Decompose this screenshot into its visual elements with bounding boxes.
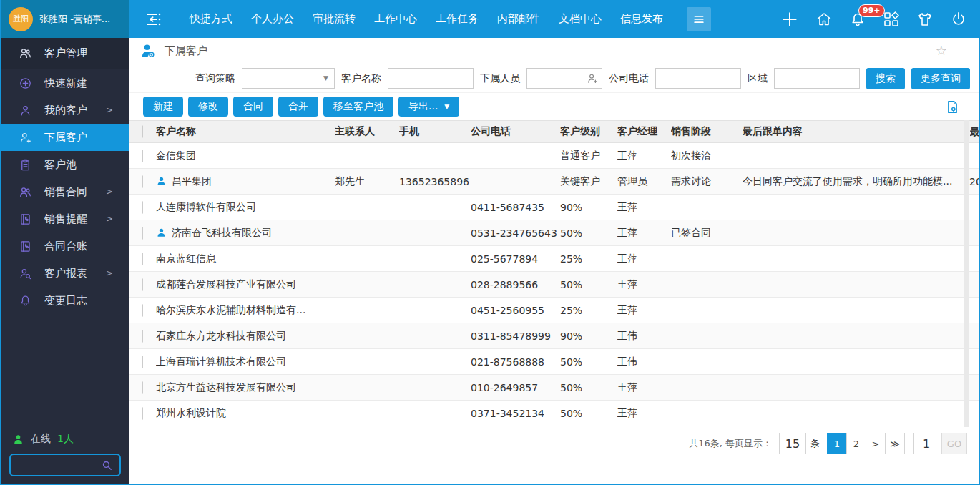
power-icon[interactable] [950,11,967,28]
strategy-select[interactable]: ▼ [242,68,335,89]
row-checkbox[interactable] [142,201,143,214]
sidebar-item-快速新建[interactable]: 快速新建 [1,69,129,97]
cell-customer-manager: 王萍 [617,150,671,162]
toolbar-button-移至客户池[interactable]: 移至客户池 [323,97,393,117]
customer-name-input[interactable] [388,68,474,89]
partial-column-cell: 20 [969,176,979,187]
page-size-input[interactable] [779,433,806,454]
bell-icon[interactable]: 99+ [849,11,866,28]
menu-toggle-button[interactable] [687,7,711,31]
staff-field [526,68,602,89]
sidebar-item-变更日志[interactable]: 变更日志 [1,287,129,314]
user-add-icon[interactable] [587,72,599,84]
cell-customer-level: 90% [560,202,617,213]
sidebar-item-下属客户[interactable]: 下属客户 [1,124,129,151]
goto-page-input[interactable] [913,433,939,454]
row-checkbox[interactable] [142,407,143,420]
row-checkbox[interactable] [142,150,143,162]
region-label: 区域 [748,72,768,85]
toolbar-buttons: 新建修改合同合并移至客户池 [143,97,393,117]
search-icon[interactable] [101,459,113,471]
shirt-icon[interactable] [916,11,934,28]
sidebar-item-客户报表[interactable]: 客户报表> [1,260,129,287]
table-row[interactable]: 济南奋飞科技有限公司0531-23476564350%王萍已签合同 [129,220,979,246]
sidebar-item-销售合同[interactable]: 销售合同> [1,178,129,205]
users-icon [19,46,32,60]
nav-item[interactable]: 信息发布 [611,0,672,38]
export-button[interactable]: 导出... ▼ [398,97,459,117]
sidebar-item-销售提醒[interactable]: 销售提醒> [1,205,129,232]
table-row[interactable]: 哈尔滨庆东水泥辅助材料制造有...0451-256095525%王萍 [129,298,979,323]
page-button-1[interactable]: 1 [827,433,847,454]
search-button[interactable]: 搜索 [866,68,905,89]
toolbar-button-新建[interactable]: 新建 [143,97,183,117]
export-settings-icon[interactable] [945,99,960,114]
table-row[interactable]: 金信集团普通客户王萍初次接洽 [129,143,979,169]
partial-column-header: 最 [970,126,979,139]
chevron-right-icon: > [106,268,113,278]
table-row[interactable]: 石家庄东方龙水科技有限公司0311-8547899990%王伟 [129,323,979,349]
customer-name-label: 客户名称 [341,72,381,85]
cell-customer-manager: 王萍 [617,278,671,291]
row-checkbox[interactable] [142,356,143,368]
sidebar-item-我的客户[interactable]: 我的客户> [1,97,129,124]
select-all-checkbox[interactable] [142,125,143,138]
cell-company-phone: 021-87568888 [471,356,560,368]
sidebar-item-客户池[interactable]: 客户池 [1,151,129,178]
row-checkbox[interactable] [142,278,143,291]
region-input[interactable] [774,68,860,89]
home-icon[interactable] [815,11,833,28]
nav-item[interactable]: 工作任务 [426,0,488,38]
toolbar: 新建修改合同合并移至客户池 导出... ▼ [129,93,979,120]
table-row[interactable]: 上海百瑞计算机技术有限公司021-8756888850%王伟 [129,349,979,375]
total-records-text: 共16条, 每页显示： [689,437,772,450]
apps-icon[interactable] [883,11,900,28]
row-checkbox[interactable] [142,253,143,265]
column-header: 客户名称 [156,125,335,138]
company-phone-input[interactable] [655,68,741,89]
sidebar-search-input[interactable] [17,460,101,471]
cell-customer-level: 90% [560,330,617,342]
table-row[interactable]: 郑州水利设计院0371-345213450%王萍 [129,401,979,426]
table-row[interactable]: 大连康博软件有限公司0411-568743590%王萍 [129,195,979,220]
bell-icon [19,292,32,309]
collapse-menu-icon[interactable] [144,11,163,28]
cell-company-phone: 010-2649857 [471,382,560,393]
table-row[interactable]: 南京蓝红信息025-567789425%王萍 [129,246,979,272]
row-checkbox[interactable] [142,330,143,343]
checkbox-cell [129,150,156,162]
customer-name: 哈尔滨庆东水泥辅助材料制造有... [156,304,305,317]
nav-item[interactable]: 工作中心 [365,0,426,38]
row-checkbox[interactable] [142,304,143,317]
toolbar-button-合同[interactable]: 合同 [233,97,273,117]
row-checkbox[interactable] [142,227,143,240]
nav-item[interactable]: 内部邮件 [488,0,549,38]
table-scrollbar[interactable] [964,120,969,427]
user-profile[interactable]: 胜阳 张胜阳 -营销事... [1,0,129,38]
nav-item[interactable]: 快捷方式 [180,0,242,38]
sidebar-search [9,454,121,476]
cell-company-phone: 028-2889566 [471,279,560,290]
sidebar-module-header[interactable]: 客户管理 [1,38,129,69]
favorite-star-icon[interactable]: ☆ [936,44,947,57]
page-button-2[interactable]: 2 [846,433,866,454]
go-button[interactable]: GO [941,433,967,454]
more-query-button[interactable]: 更多查询 [911,68,970,89]
nav-item[interactable]: 审批流转 [303,0,365,38]
toolbar-button-合并[interactable]: 合并 [278,97,318,117]
table-row[interactable]: 成都莲合发展科技产业有限公司028-288956650%王萍 [129,272,979,298]
row-checkbox[interactable] [142,381,143,394]
toolbar-button-修改[interactable]: 修改 [188,97,228,117]
nav-item[interactable]: 个人办公 [242,0,303,38]
table-row[interactable]: 北京方生益达科技发展有限公司010-264985750%王萍 [129,375,979,401]
table-row[interactable]: 昌平集团郑先生13652365896关键客户管理员需求讨论今日同客户交流了使用需… [129,169,979,195]
last-page-button[interactable]: ≫ [885,433,905,454]
cell-customer-level: 关键客户 [560,175,617,188]
checkbox-cell [129,305,156,316]
sidebar-item-合同台账[interactable]: 合同台账 [1,232,129,260]
plus-icon[interactable] [780,10,799,29]
column-header: 销售阶段 [671,125,743,138]
next-page-button[interactable]: > [866,433,886,454]
nav-item[interactable]: 文档中心 [549,0,611,38]
row-checkbox[interactable] [142,175,143,188]
